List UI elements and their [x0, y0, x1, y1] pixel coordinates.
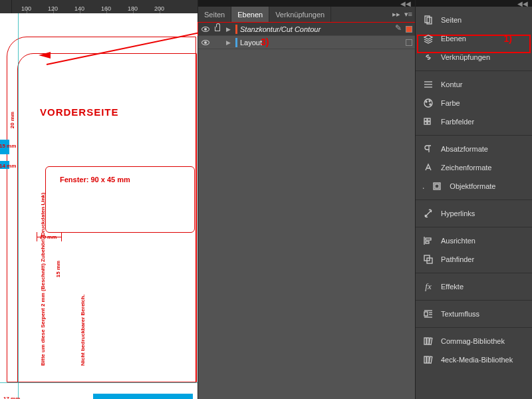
dock-item-pages[interactable]: Seiten	[416, 11, 532, 29]
align-icon	[422, 235, 434, 246]
layer-row-layout[interactable]: ▶ Layout 3)	[198, 36, 415, 49]
dock-label: Kontur	[441, 80, 462, 88]
dock-label: Hyperlinks	[441, 209, 475, 217]
paragraph-styles-icon	[422, 144, 434, 154]
ruler-tick-label: 100	[21, 5, 31, 12]
object-styles-icon	[431, 181, 443, 192]
svg-rect-15	[435, 184, 439, 188]
document-canvas[interactable]: 80 100 120 140 160 180 200 VORDERSEITE F…	[0, 0, 198, 399]
svg-rect-21	[424, 312, 428, 316]
dock-label: Farbe	[441, 99, 460, 107]
dock-item-color[interactable]: Farbe	[416, 94, 532, 112]
hyperlinks-icon	[422, 208, 434, 219]
lock-icon	[215, 27, 220, 31]
panel-menu-icon[interactable]: ▾≡	[404, 10, 412, 19]
dock-item-pathfinder[interactable]: Pathfinder	[416, 250, 532, 269]
selection-indicator[interactable]	[406, 39, 412, 46]
annotation-label-3: 3)	[261, 37, 269, 47]
svg-point-6	[424, 99, 432, 107]
svg-rect-30	[427, 356, 429, 363]
disclosure-icon[interactable]: ▶	[226, 26, 233, 33]
dock-item-textwrap[interactable]: Textumfluss	[416, 305, 532, 323]
edit-layer-icon[interactable]	[395, 25, 403, 33]
rotated-note: Nicht bedruckbarer Bereich.	[80, 295, 86, 366]
dock-item-library-1[interactable]: Commag-Bibliothek	[416, 332, 532, 350]
dock-label: Pathfinder	[441, 255, 474, 263]
annotation-label-1: 1)	[504, 33, 512, 44]
dock-label: Ausrichten	[441, 237, 475, 245]
dock-label: Zeichenformate	[441, 164, 491, 172]
page-side-title: VORDERSEITE	[40, 106, 119, 118]
pathfinder-icon	[422, 254, 434, 265]
layer-color-swatch	[235, 25, 237, 34]
collapse-icon[interactable]: ◀◀	[400, 0, 411, 7]
panel-topbar: ◀◀	[198, 0, 415, 7]
dock-item-links[interactable]: Verknüpfungen	[416, 48, 532, 66]
svg-rect-28	[429, 338, 432, 344]
tab-pages[interactable]: Seiten	[198, 7, 231, 22]
tab-layers[interactable]: Ebenen	[231, 7, 269, 22]
svg-rect-10	[424, 118, 427, 121]
ruler-tick-label: 200	[154, 5, 164, 12]
dimension-label: 15 mm	[55, 261, 61, 277]
dock-item-stroke[interactable]: Kontur	[416, 75, 532, 94]
dock-item-hyperlinks[interactable]: Hyperlinks	[416, 204, 532, 223]
stroke-icon	[422, 79, 434, 90]
dock-item-align[interactable]: Ausrichten	[416, 231, 532, 250]
visibility-toggle[interactable]	[200, 27, 211, 32]
layer-name: Stanzkontur/Cut Contour	[240, 25, 395, 33]
pages-icon	[422, 15, 434, 25]
collapse-icon[interactable]: ◀◀	[517, 0, 528, 7]
svg-rect-17	[426, 238, 431, 240]
dock-item-obj-styles[interactable]: . Objektformate	[416, 177, 532, 196]
svg-rect-27	[427, 338, 429, 344]
layer-list: 2) ▶ Stanzkontur/Cut Contour ▶ Layout 3)	[198, 23, 415, 399]
svg-rect-31	[429, 356, 432, 363]
svg-point-8	[429, 100, 430, 102]
svg-point-9	[430, 104, 431, 105]
ruler-tick-label: 180	[128, 5, 138, 12]
selection-indicator[interactable]	[406, 26, 412, 33]
swatches-icon	[422, 116, 434, 127]
dock-label: Farbfelder	[441, 118, 474, 126]
links-icon	[422, 52, 434, 63]
layer-color-swatch	[235, 38, 237, 47]
tab-links[interactable]: Verknüpfungen	[269, 7, 331, 22]
horizontal-ruler[interactable]: 80 100 120 140 160 180 200	[0, 0, 198, 13]
effects-icon: fx	[422, 281, 434, 292]
svg-line-0	[47, 31, 198, 65]
dock-item-para-styles[interactable]: Absatzformate	[416, 140, 532, 158]
ruler-tick-label: 160	[101, 5, 111, 12]
visibility-toggle[interactable]	[200, 40, 211, 45]
ruler-origin[interactable]	[0, 0, 12, 13]
dimension-label: 20 mm	[9, 112, 15, 128]
textwrap-icon	[422, 309, 434, 319]
dock-item-swatches[interactable]: Farbfelder	[416, 112, 532, 131]
window-label: Fenster: 90 x 45 mm	[60, 176, 130, 184]
dock-item-layers[interactable]: Ebenen 1)	[416, 29, 532, 48]
svg-rect-26	[424, 338, 426, 344]
dock-label: Verknüpfungen	[441, 53, 490, 61]
bleed-block	[93, 394, 193, 399]
arrow-head-icon	[39, 52, 51, 59]
dock-item-effects[interactable]: fx Effekte	[416, 277, 532, 296]
color-icon	[422, 98, 434, 108]
character-styles-icon	[422, 162, 434, 173]
layers-icon	[422, 33, 434, 44]
expand-icon[interactable]: ▸▸	[392, 10, 400, 19]
annotation-arrow	[40, 30, 198, 70]
dock-item-library-2[interactable]: 4eck-Media-Bibliothek	[416, 350, 532, 369]
dimension-label: 14 mm	[0, 163, 16, 169]
dock-label: Seiten	[441, 16, 462, 24]
library-icon	[422, 336, 434, 346]
svg-point-7	[426, 101, 427, 102]
ruler-tick-label: 120	[48, 5, 58, 12]
dock-label: Effekte	[441, 283, 464, 291]
layer-row-cutcontour[interactable]: ▶ Stanzkontur/Cut Contour	[198, 23, 415, 36]
svg-rect-11	[428, 118, 430, 121]
lock-toggle[interactable]	[211, 27, 223, 31]
disclosure-icon[interactable]: ▶	[226, 39, 233, 46]
dock-label: Commag-Bibliothek	[441, 337, 505, 345]
dock-item-char-styles[interactable]: Zeichenformate	[416, 158, 532, 177]
layers-panel: ◀◀ Seiten Ebenen Verknüpfungen ▸▸ ▾≡ 2) …	[198, 0, 415, 399]
